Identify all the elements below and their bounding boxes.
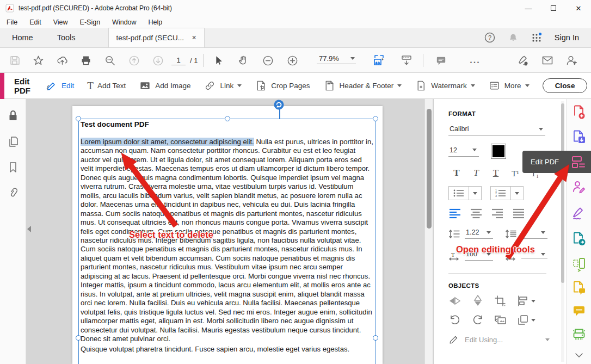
hand-tool-icon[interactable] xyxy=(235,52,251,69)
document-body-text[interactable]: Lorem ipsum dolor sit amet, consectetur … xyxy=(81,138,374,354)
font-size-select[interactable]: 12 xyxy=(448,146,479,157)
link-button[interactable]: Link xyxy=(204,79,242,92)
menu-help[interactable]: Help xyxy=(149,18,163,26)
search-icon[interactable] xyxy=(102,52,118,69)
sign-in-button[interactable]: Sign In xyxy=(555,33,579,42)
rotate-ccw-button[interactable] xyxy=(448,314,461,326)
next-page-icon[interactable] xyxy=(150,52,166,69)
print-icon[interactable] xyxy=(78,52,94,69)
header-footer-button[interactable]: Header & Footer xyxy=(323,79,402,92)
scrollbar-thumb[interactable] xyxy=(427,109,432,229)
fit-width-icon[interactable] xyxy=(368,52,390,69)
close-edit-button[interactable]: Close xyxy=(543,78,588,93)
more-tools-icon[interactable]: ... xyxy=(467,52,483,69)
email-icon[interactable] xyxy=(539,52,556,69)
send-for-review-icon[interactable] xyxy=(572,231,586,246)
superscript-button[interactable]: T¹ xyxy=(507,169,524,178)
crop-object-button[interactable] xyxy=(494,295,507,307)
arrange-objects-button[interactable] xyxy=(517,314,535,326)
edit-tool-button[interactable]: Edit xyxy=(45,79,74,92)
minimize-button[interactable]: — xyxy=(516,0,541,16)
main-toolbar: 1 / 1 77.9% ... xyxy=(0,48,591,73)
panel-scrollbar[interactable] xyxy=(561,101,564,362)
bulleted-list-dropdown[interactable] xyxy=(469,187,481,200)
numbered-list-dropdown[interactable] xyxy=(510,187,523,200)
zoom-out-icon[interactable] xyxy=(260,52,276,69)
scan-ocr-icon[interactable] xyxy=(572,328,586,343)
save-icon[interactable] xyxy=(7,52,23,69)
previous-page-icon[interactable] xyxy=(126,52,142,69)
create-pdf-icon[interactable] xyxy=(572,104,586,120)
align-right-button[interactable] xyxy=(491,208,504,219)
rotate-cw-button[interactable] xyxy=(471,314,484,326)
bold-button[interactable]: T xyxy=(448,168,465,178)
menu-view[interactable]: View xyxy=(53,18,68,26)
strip-expand-chevron-icon[interactable] xyxy=(574,351,584,359)
toolbar-customize-icon[interactable] xyxy=(398,52,415,69)
edit-pdf-accent-stripe xyxy=(0,73,4,99)
share-cloud-icon[interactable] xyxy=(54,52,70,69)
maximize-button[interactable] xyxy=(541,0,566,16)
line-spacing-select[interactable]: 1.22 xyxy=(465,229,493,239)
panel-scrollbar-thumb[interactable] xyxy=(561,103,564,283)
crop-pages-button[interactable]: Crop Pages xyxy=(255,79,310,92)
menu-edit[interactable]: Edit xyxy=(29,18,41,26)
tab-document-label: test-pdf.pdf (SECU... xyxy=(116,34,184,42)
menu-esign[interactable]: E-Sign xyxy=(80,18,101,26)
pdf-page[interactable]: Test document PDF Lorem ipsum dolor sit … xyxy=(72,106,383,364)
collapse-left-panel-icon[interactable] xyxy=(27,226,31,232)
align-objects-button[interactable] xyxy=(517,295,535,307)
paragraph-spacing-select[interactable]: 0 xyxy=(521,229,547,239)
request-signatures-icon[interactable] xyxy=(572,180,586,195)
numbered-list-button[interactable]: 123 xyxy=(491,187,510,200)
select-tool-icon[interactable] xyxy=(210,52,226,69)
add-text-button[interactable]: T Add Text xyxy=(87,81,126,91)
flip-horizontal-button[interactable] xyxy=(448,295,461,307)
help-icon[interactable]: ? xyxy=(484,32,496,44)
account-add-icon[interactable] xyxy=(563,52,580,69)
edit-using-button[interactable]: Edit Using... xyxy=(448,334,550,345)
replace-image-button[interactable] xyxy=(494,314,507,326)
notifications-bell-icon[interactable] xyxy=(508,32,519,43)
apps-grid-icon[interactable] xyxy=(531,32,543,44)
caret-down-icon xyxy=(525,84,530,87)
document-scrollbar[interactable] xyxy=(424,99,433,364)
security-lock-icon[interactable] xyxy=(7,109,20,123)
star-icon[interactable] xyxy=(30,52,46,69)
italic-button[interactable]: T xyxy=(468,168,484,178)
flip-vertical-button[interactable] xyxy=(471,295,484,307)
zoom-in-icon[interactable] xyxy=(284,52,300,69)
add-image-button[interactable]: Add Image xyxy=(139,79,190,92)
watermark-button[interactable]: Watermark xyxy=(415,79,475,92)
tab-tools[interactable]: Tools xyxy=(45,28,88,47)
export-pdf-icon[interactable] xyxy=(572,129,586,145)
menu-file[interactable]: File xyxy=(7,18,17,26)
font-family-select[interactable]: Calibri xyxy=(448,125,545,135)
organize-pages-icon[interactable] xyxy=(572,257,586,272)
comment-icon[interactable] xyxy=(433,52,449,69)
zoom-level-select[interactable]: 77.9% xyxy=(317,54,356,64)
page-thumbnails-icon[interactable] xyxy=(7,135,20,149)
fill-and-sign-icon[interactable] xyxy=(572,206,586,221)
selected-text-highlight[interactable]: Lorem ipsum dolor sit amet, consectetur … xyxy=(81,138,254,146)
close-window-button[interactable]: ✕ xyxy=(566,0,591,16)
tab-home[interactable]: Home xyxy=(0,28,45,47)
edit-pdf-tool-icon[interactable] xyxy=(571,155,586,169)
bookmarks-icon[interactable] xyxy=(7,161,20,175)
fill-sign-pen-icon[interactable] xyxy=(515,52,531,69)
page-number-input[interactable]: 1 xyxy=(171,56,186,65)
font-color-swatch[interactable] xyxy=(491,144,506,159)
tab-document[interactable]: test-pdf.pdf (SECU... ✕ xyxy=(108,28,205,47)
tab-close-icon[interactable]: ✕ xyxy=(192,34,196,41)
align-center-button[interactable] xyxy=(470,208,483,219)
request-comments-icon[interactable] xyxy=(572,280,586,295)
comment-tool-icon[interactable] xyxy=(572,304,586,319)
underline-button[interactable]: T xyxy=(488,168,504,178)
bulleted-list-button[interactable] xyxy=(449,187,469,200)
edit-pdf-tooltip[interactable]: Edit PDF xyxy=(522,151,591,173)
align-left-button[interactable] xyxy=(448,208,461,219)
more-button[interactable]: More xyxy=(488,79,530,92)
attachments-paperclip-icon[interactable] xyxy=(7,186,20,200)
align-justify-button[interactable] xyxy=(512,208,525,219)
menu-window[interactable]: Window xyxy=(112,18,136,26)
